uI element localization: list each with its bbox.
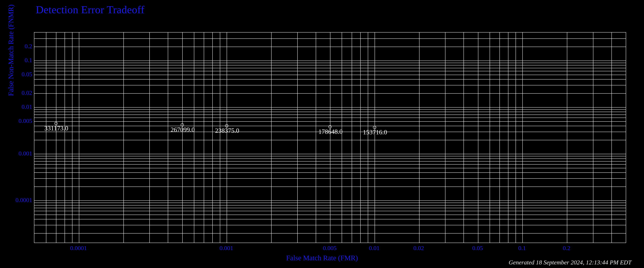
gridline-horizontal bbox=[34, 75, 626, 75]
gridline-horizontal bbox=[34, 233, 626, 234]
gridline-horizontal bbox=[34, 164, 626, 165]
gridline-horizontal bbox=[34, 203, 626, 203]
gridline-horizontal bbox=[34, 65, 626, 65]
gridline-horizontal bbox=[34, 211, 626, 211]
x-tick-label: 0.1 bbox=[518, 245, 526, 252]
gridline-horizontal bbox=[34, 121, 626, 122]
gridline-horizontal bbox=[34, 118, 626, 118]
gridline-horizontal bbox=[34, 140, 626, 140]
gridline-horizontal bbox=[34, 225, 626, 225]
gridline-horizontal bbox=[34, 161, 626, 162]
gridline-horizontal bbox=[34, 93, 626, 94]
gridline-horizontal bbox=[34, 159, 626, 159]
gridline-horizontal bbox=[34, 60, 626, 61]
y-tick-label: 0.1 bbox=[14, 57, 32, 64]
y-tick-label: 0.02 bbox=[14, 89, 32, 96]
chart-title: Detection Error Tradeoff bbox=[36, 3, 144, 16]
gridline-horizontal bbox=[34, 168, 626, 168]
gridline-horizontal bbox=[34, 215, 626, 215]
x-tick-label: 0.2 bbox=[563, 245, 570, 252]
x-tick-label: 0.0001 bbox=[70, 245, 87, 252]
data-point-label: 331173.0 bbox=[44, 125, 68, 132]
gridline-horizontal bbox=[34, 63, 626, 63]
x-axis-label: False Match Rate (FMR) bbox=[286, 254, 358, 262]
data-point-label: 238375.0 bbox=[215, 127, 239, 134]
gridline-horizontal bbox=[34, 109, 626, 110]
generated-timestamp: Generated 18 September 2024, 12:13:44 PM… bbox=[509, 259, 632, 266]
gridline-horizontal bbox=[34, 112, 626, 112]
gridline-horizontal bbox=[34, 79, 626, 79]
x-tick-label: 0.005 bbox=[323, 245, 337, 252]
plot-area: 331173.0267099.0238375.0178648.0153716.0 bbox=[34, 32, 626, 243]
data-point-label: 178648.0 bbox=[318, 128, 342, 135]
gridline-horizontal bbox=[34, 208, 626, 208]
gridline-horizontal bbox=[34, 38, 626, 39]
y-tick-label: 0.0001 bbox=[14, 197, 32, 204]
y-tick-label: 0.01 bbox=[14, 103, 32, 110]
x-tick-label: 0.01 bbox=[369, 245, 380, 252]
y-tick-label: 0.2 bbox=[14, 43, 32, 50]
y-axis-label: False Non-Match Rate (FNMR) bbox=[6, 4, 15, 96]
gridline-horizontal bbox=[34, 201, 626, 201]
gridline-horizontal bbox=[34, 107, 626, 108]
y-tick-label: 0.05 bbox=[14, 71, 32, 78]
gridline-horizontal bbox=[34, 115, 626, 115]
gridline-horizontal bbox=[34, 187, 626, 187]
y-tick-label: 0.001 bbox=[14, 150, 32, 157]
x-tick-label: 0.05 bbox=[472, 245, 483, 252]
x-tick-label: 0.02 bbox=[414, 245, 424, 252]
gridline-horizontal bbox=[34, 85, 626, 85]
gridline-horizontal bbox=[34, 154, 626, 154]
data-point-label: 267099.0 bbox=[171, 126, 195, 133]
gridline-horizontal bbox=[34, 156, 626, 156]
y-tick-label: 0.005 bbox=[14, 118, 32, 124]
gridline-horizontal bbox=[34, 219, 626, 219]
gridline-horizontal bbox=[34, 68, 626, 68]
gridline-horizontal bbox=[34, 172, 626, 173]
data-point-label: 153716.0 bbox=[363, 128, 387, 136]
gridline-horizontal bbox=[34, 47, 626, 47]
gridline-horizontal bbox=[34, 178, 626, 179]
x-tick-label: 0.001 bbox=[220, 245, 233, 252]
gridline-horizontal bbox=[34, 71, 626, 71]
chart-container: Detection Error Tradeoff 331173.0267099.… bbox=[0, 0, 644, 268]
gridline-horizontal bbox=[34, 205, 626, 206]
